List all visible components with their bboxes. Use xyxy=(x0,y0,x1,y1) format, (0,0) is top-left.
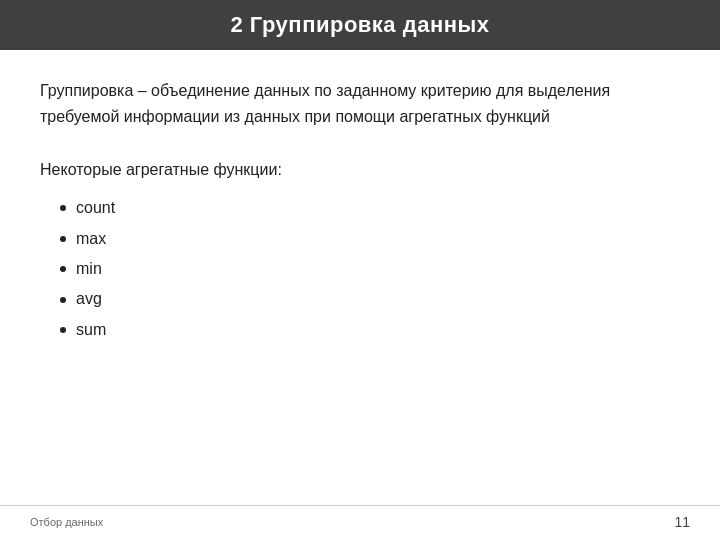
bullet-dot xyxy=(60,327,66,333)
list-item: min xyxy=(60,254,680,284)
list-item: avg xyxy=(60,284,680,314)
aggregate-functions-list: count max min avg sum xyxy=(40,193,680,345)
list-item-label: sum xyxy=(76,315,106,345)
list-item-label: min xyxy=(76,254,102,284)
bullet-dot xyxy=(60,236,66,242)
slide-content: Группировка – объединение данных по зада… xyxy=(0,50,720,365)
slide-title: 2 Группировка данных xyxy=(230,12,489,38)
footer-page-number: 11 xyxy=(674,514,690,530)
list-item: max xyxy=(60,224,680,254)
slide-footer: Отбор данных 11 xyxy=(0,505,720,540)
bullet-dot xyxy=(60,205,66,211)
list-item-label: count xyxy=(76,193,115,223)
footer-label: Отбор данных xyxy=(30,516,103,528)
list-item-label: avg xyxy=(76,284,102,314)
slide-header: 2 Группировка данных xyxy=(0,0,720,50)
intro-paragraph: Группировка – объединение данных по зада… xyxy=(40,78,680,129)
bullet-dot xyxy=(60,266,66,272)
bullet-dot xyxy=(60,297,66,303)
list-item-label: max xyxy=(76,224,106,254)
section-title: Некоторые агрегатные функции: xyxy=(40,161,680,179)
slide: 2 Группировка данных Группировка – объед… xyxy=(0,0,720,540)
list-item: count xyxy=(60,193,680,223)
list-item: sum xyxy=(60,315,680,345)
